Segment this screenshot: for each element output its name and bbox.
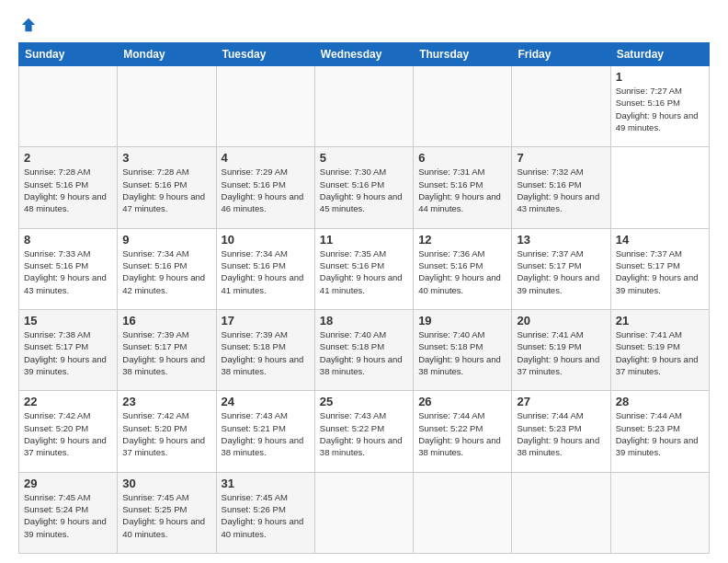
day-info: Sunrise: 7:43 AMSunset: 5:21 PMDaylight:…: [222, 409, 310, 458]
empty-cell: [414, 66, 512, 147]
day-info: Sunrise: 7:42 AMSunset: 5:20 PMDaylight:…: [122, 409, 210, 458]
day-info: Sunrise: 7:35 AMSunset: 5:16 PMDaylight:…: [320, 247, 408, 296]
day-number: 5: [320, 151, 408, 165]
day-number: 11: [320, 233, 408, 247]
day-info: Sunrise: 7:39 AMSunset: 5:17 PMDaylight:…: [122, 328, 210, 377]
day-cell: 5Sunrise: 7:30 AMSunset: 5:16 PMDaylight…: [314, 147, 413, 228]
day-info: Sunrise: 7:28 AMSunset: 5:16 PMDaylight:…: [24, 166, 112, 214]
day-number: 1: [616, 70, 704, 84]
day-info: Sunrise: 7:31 AMSunset: 5:16 PMDaylight:…: [418, 166, 506, 214]
day-number: 19: [418, 314, 506, 327]
day-number: 21: [616, 314, 704, 327]
day-number: 18: [320, 314, 408, 327]
day-cell: 16Sunrise: 7:39 AMSunset: 5:17 PMDayligh…: [118, 309, 216, 390]
day-header-tuesday: Tuesday: [216, 43, 314, 66]
day-info: Sunrise: 7:41 AMSunset: 5:19 PMDaylight:…: [616, 328, 704, 377]
day-cell: 4Sunrise: 7:29 AMSunset: 5:16 PMDaylight…: [216, 147, 314, 228]
day-info: Sunrise: 7:34 AMSunset: 5:16 PMDaylight:…: [222, 247, 310, 296]
day-header-sunday: Sunday: [19, 43, 118, 66]
day-number: 25: [320, 395, 408, 408]
day-info: Sunrise: 7:37 AMSunset: 5:17 PMDaylight:…: [517, 247, 605, 296]
calendar-week-4: 15Sunrise: 7:38 AMSunset: 5:17 PMDayligh…: [19, 309, 710, 390]
day-cell: 7Sunrise: 7:32 AMSunset: 5:16 PMDaylight…: [512, 147, 610, 228]
day-number: 16: [122, 314, 210, 327]
day-info: Sunrise: 7:27 AMSunset: 5:16 PMDaylight:…: [616, 85, 704, 133]
day-cell: 21Sunrise: 7:41 AMSunset: 5:19 PMDayligh…: [610, 309, 709, 390]
day-info: Sunrise: 7:37 AMSunset: 5:17 PMDaylight:…: [616, 247, 704, 296]
day-number: 15: [24, 314, 112, 327]
day-info: Sunrise: 7:39 AMSunset: 5:18 PMDaylight:…: [222, 328, 310, 377]
day-info: Sunrise: 7:44 AMSunset: 5:23 PMDaylight:…: [616, 409, 704, 458]
day-cell: 8Sunrise: 7:33 AMSunset: 5:16 PMDaylight…: [19, 228, 118, 309]
day-cell: 10Sunrise: 7:34 AMSunset: 5:16 PMDayligh…: [216, 228, 314, 309]
day-cell: [414, 472, 512, 553]
empty-cell: [19, 66, 118, 147]
day-cell: [512, 472, 610, 553]
calendar-week-5: 22Sunrise: 7:42 AMSunset: 5:20 PMDayligh…: [19, 391, 710, 472]
empty-cell: [512, 66, 610, 147]
day-info: Sunrise: 7:41 AMSunset: 5:19 PMDaylight:…: [517, 328, 605, 377]
day-number: 31: [222, 477, 310, 490]
day-number: 23: [122, 395, 210, 408]
day-cell: 3Sunrise: 7:28 AMSunset: 5:16 PMDaylight…: [118, 147, 216, 228]
day-info: Sunrise: 7:44 AMSunset: 5:23 PMDaylight:…: [517, 409, 605, 458]
day-header-friday: Friday: [512, 43, 610, 66]
day-info: Sunrise: 7:29 AMSunset: 5:16 PMDaylight:…: [222, 166, 310, 214]
day-header-saturday: Saturday: [610, 43, 709, 66]
day-cell: 13Sunrise: 7:37 AMSunset: 5:17 PMDayligh…: [512, 228, 610, 309]
day-cell: 9Sunrise: 7:34 AMSunset: 5:16 PMDaylight…: [118, 228, 216, 309]
calendar-week-3: 8Sunrise: 7:33 AMSunset: 5:16 PMDaylight…: [19, 228, 710, 309]
day-number: 3: [122, 151, 210, 165]
day-number: 8: [24, 233, 112, 247]
calendar-week-1: 1Sunrise: 7:27 AMSunset: 5:16 PMDaylight…: [19, 66, 710, 147]
day-info: Sunrise: 7:38 AMSunset: 5:17 PMDaylight:…: [24, 328, 112, 377]
calendar-container: SundayMondayTuesdayWednesdayThursdayFrid…: [0, 0, 728, 563]
day-cell: 25Sunrise: 7:43 AMSunset: 5:22 PMDayligh…: [314, 391, 413, 472]
day-number: 13: [517, 233, 605, 247]
day-number: 26: [418, 395, 506, 408]
empty-cell: [216, 66, 314, 147]
day-number: 28: [616, 395, 704, 408]
calendar-week-6: 29Sunrise: 7:45 AMSunset: 5:24 PMDayligh…: [19, 472, 710, 553]
day-info: Sunrise: 7:45 AMSunset: 5:26 PMDaylight:…: [222, 491, 310, 540]
day-info: Sunrise: 7:45 AMSunset: 5:24 PMDaylight:…: [24, 491, 112, 540]
day-number: 4: [222, 151, 310, 165]
day-cell: 28Sunrise: 7:44 AMSunset: 5:23 PMDayligh…: [610, 391, 709, 472]
day-cell: 19Sunrise: 7:40 AMSunset: 5:18 PMDayligh…: [414, 309, 512, 390]
empty-cell: [314, 66, 413, 147]
day-number: 22: [24, 395, 112, 408]
day-number: 30: [122, 477, 210, 490]
day-cell: 1Sunrise: 7:27 AMSunset: 5:16 PMDaylight…: [610, 66, 709, 147]
day-cell: 18Sunrise: 7:40 AMSunset: 5:18 PMDayligh…: [314, 309, 413, 390]
day-cell: 24Sunrise: 7:43 AMSunset: 5:21 PMDayligh…: [216, 391, 314, 472]
day-cell: 17Sunrise: 7:39 AMSunset: 5:18 PMDayligh…: [216, 309, 314, 390]
day-cell: 26Sunrise: 7:44 AMSunset: 5:22 PMDayligh…: [414, 391, 512, 472]
day-number: 6: [418, 151, 506, 165]
logo: [18, 17, 37, 33]
day-header-wednesday: Wednesday: [314, 43, 413, 66]
day-info: Sunrise: 7:43 AMSunset: 5:22 PMDaylight:…: [320, 409, 408, 458]
day-info: Sunrise: 7:30 AMSunset: 5:16 PMDaylight:…: [320, 166, 408, 214]
day-cell: 22Sunrise: 7:42 AMSunset: 5:20 PMDayligh…: [19, 391, 118, 472]
day-header-monday: Monday: [118, 43, 216, 66]
day-info: Sunrise: 7:32 AMSunset: 5:16 PMDaylight:…: [517, 166, 605, 214]
day-cell: [610, 472, 709, 553]
day-cell: 6Sunrise: 7:31 AMSunset: 5:16 PMDaylight…: [414, 147, 512, 228]
day-number: 7: [517, 151, 605, 165]
day-number: 9: [122, 233, 210, 247]
day-number: 10: [222, 233, 310, 247]
day-number: 29: [24, 477, 112, 490]
day-number: 12: [418, 233, 506, 247]
header: [18, 17, 710, 33]
day-number: 20: [517, 314, 605, 327]
day-cell: 31Sunrise: 7:45 AMSunset: 5:26 PMDayligh…: [216, 472, 314, 553]
day-cell: 11Sunrise: 7:35 AMSunset: 5:16 PMDayligh…: [314, 228, 413, 309]
day-info: Sunrise: 7:40 AMSunset: 5:18 PMDaylight:…: [418, 328, 506, 377]
day-info: Sunrise: 7:34 AMSunset: 5:16 PMDaylight:…: [122, 247, 210, 296]
day-cell: 20Sunrise: 7:41 AMSunset: 5:19 PMDayligh…: [512, 309, 610, 390]
day-cell: 15Sunrise: 7:38 AMSunset: 5:17 PMDayligh…: [19, 309, 118, 390]
calendar-week-2: 2Sunrise: 7:28 AMSunset: 5:16 PMDaylight…: [19, 147, 710, 228]
logo-icon: [20, 17, 37, 33]
day-cell: 23Sunrise: 7:42 AMSunset: 5:20 PMDayligh…: [118, 391, 216, 472]
calendar-table: SundayMondayTuesdayWednesdayThursdayFrid…: [18, 42, 710, 554]
